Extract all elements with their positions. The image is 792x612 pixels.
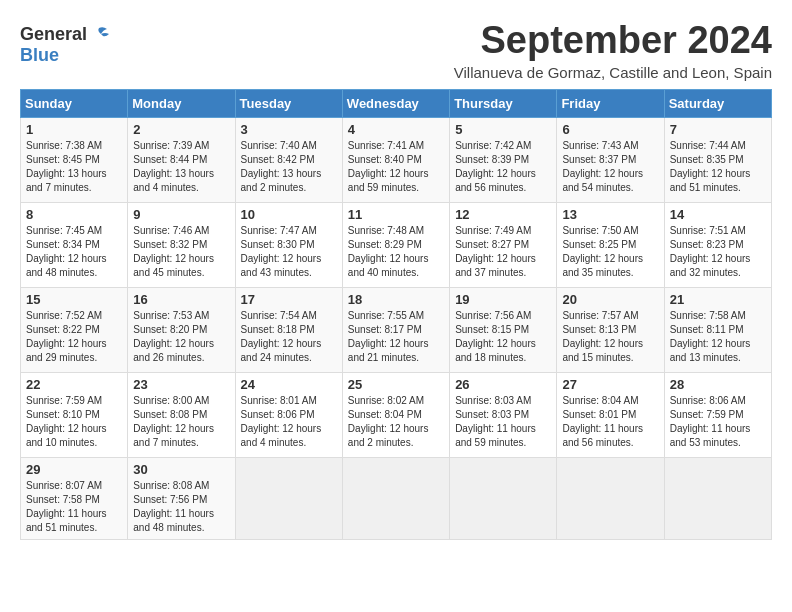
calendar-week-3: 15 Sunrise: 7:52 AM Sunset: 8:22 PM Dayl… — [21, 287, 772, 372]
day-info: Sunrise: 8:07 AM Sunset: 7:58 PM Dayligh… — [26, 479, 122, 535]
table-row: 7 Sunrise: 7:44 AM Sunset: 8:35 PM Dayli… — [664, 117, 771, 202]
table-row: 6 Sunrise: 7:43 AM Sunset: 8:37 PM Dayli… — [557, 117, 664, 202]
day-number: 30 — [133, 462, 229, 477]
day-info: Sunrise: 7:53 AM Sunset: 8:20 PM Dayligh… — [133, 309, 229, 365]
title-area: September 2024 Villanueva de Gormaz, Cas… — [454, 20, 772, 81]
day-number: 20 — [562, 292, 658, 307]
table-row — [342, 457, 449, 539]
table-row: 8 Sunrise: 7:45 AM Sunset: 8:34 PM Dayli… — [21, 202, 128, 287]
weekday-header-row: Sunday Monday Tuesday Wednesday Thursday… — [21, 89, 772, 117]
logo-general-text: General — [20, 24, 87, 45]
table-row — [664, 457, 771, 539]
day-info: Sunrise: 8:08 AM Sunset: 7:56 PM Dayligh… — [133, 479, 229, 535]
table-row: 1 Sunrise: 7:38 AM Sunset: 8:45 PM Dayli… — [21, 117, 128, 202]
col-wednesday: Wednesday — [342, 89, 449, 117]
table-row: 21 Sunrise: 7:58 AM Sunset: 8:11 PM Dayl… — [664, 287, 771, 372]
day-number: 4 — [348, 122, 444, 137]
table-row — [235, 457, 342, 539]
table-row: 28 Sunrise: 8:06 AM Sunset: 7:59 PM Dayl… — [664, 372, 771, 457]
day-info: Sunrise: 7:40 AM Sunset: 8:42 PM Dayligh… — [241, 139, 337, 195]
calendar-week-4: 22 Sunrise: 7:59 AM Sunset: 8:10 PM Dayl… — [21, 372, 772, 457]
day-info: Sunrise: 7:41 AM Sunset: 8:40 PM Dayligh… — [348, 139, 444, 195]
table-row: 26 Sunrise: 8:03 AM Sunset: 8:03 PM Dayl… — [450, 372, 557, 457]
col-friday: Friday — [557, 89, 664, 117]
location-subtitle: Villanueva de Gormaz, Castille and Leon,… — [454, 64, 772, 81]
col-sunday: Sunday — [21, 89, 128, 117]
day-number: 25 — [348, 377, 444, 392]
day-number: 11 — [348, 207, 444, 222]
day-number: 8 — [26, 207, 122, 222]
calendar-week-2: 8 Sunrise: 7:45 AM Sunset: 8:34 PM Dayli… — [21, 202, 772, 287]
day-info: Sunrise: 7:50 AM Sunset: 8:25 PM Dayligh… — [562, 224, 658, 280]
day-number: 14 — [670, 207, 766, 222]
page-header: General Blue September 2024 Villanueva d… — [20, 20, 772, 81]
table-row: 24 Sunrise: 8:01 AM Sunset: 8:06 PM Dayl… — [235, 372, 342, 457]
table-row: 20 Sunrise: 7:57 AM Sunset: 8:13 PM Dayl… — [557, 287, 664, 372]
day-number: 9 — [133, 207, 229, 222]
day-number: 13 — [562, 207, 658, 222]
day-info: Sunrise: 7:39 AM Sunset: 8:44 PM Dayligh… — [133, 139, 229, 195]
day-number: 12 — [455, 207, 551, 222]
day-info: Sunrise: 7:49 AM Sunset: 8:27 PM Dayligh… — [455, 224, 551, 280]
day-info: Sunrise: 7:51 AM Sunset: 8:23 PM Dayligh… — [670, 224, 766, 280]
table-row: 10 Sunrise: 7:47 AM Sunset: 8:30 PM Dayl… — [235, 202, 342, 287]
day-number: 22 — [26, 377, 122, 392]
day-number: 7 — [670, 122, 766, 137]
calendar-week-1: 1 Sunrise: 7:38 AM Sunset: 8:45 PM Dayli… — [21, 117, 772, 202]
logo-blue-text: Blue — [20, 45, 59, 65]
table-row — [450, 457, 557, 539]
day-info: Sunrise: 7:56 AM Sunset: 8:15 PM Dayligh… — [455, 309, 551, 365]
day-number: 2 — [133, 122, 229, 137]
day-info: Sunrise: 8:01 AM Sunset: 8:06 PM Dayligh… — [241, 394, 337, 450]
day-info: Sunrise: 8:02 AM Sunset: 8:04 PM Dayligh… — [348, 394, 444, 450]
day-number: 3 — [241, 122, 337, 137]
col-monday: Monday — [128, 89, 235, 117]
table-row: 11 Sunrise: 7:48 AM Sunset: 8:29 PM Dayl… — [342, 202, 449, 287]
month-title: September 2024 — [454, 20, 772, 62]
day-info: Sunrise: 7:45 AM Sunset: 8:34 PM Dayligh… — [26, 224, 122, 280]
table-row: 3 Sunrise: 7:40 AM Sunset: 8:42 PM Dayli… — [235, 117, 342, 202]
day-number: 26 — [455, 377, 551, 392]
table-row: 22 Sunrise: 7:59 AM Sunset: 8:10 PM Dayl… — [21, 372, 128, 457]
day-number: 28 — [670, 377, 766, 392]
day-number: 16 — [133, 292, 229, 307]
table-row: 9 Sunrise: 7:46 AM Sunset: 8:32 PM Dayli… — [128, 202, 235, 287]
day-info: Sunrise: 7:52 AM Sunset: 8:22 PM Dayligh… — [26, 309, 122, 365]
day-info: Sunrise: 7:59 AM Sunset: 8:10 PM Dayligh… — [26, 394, 122, 450]
table-row: 12 Sunrise: 7:49 AM Sunset: 8:27 PM Dayl… — [450, 202, 557, 287]
day-number: 10 — [241, 207, 337, 222]
day-number: 23 — [133, 377, 229, 392]
table-row: 18 Sunrise: 7:55 AM Sunset: 8:17 PM Dayl… — [342, 287, 449, 372]
col-tuesday: Tuesday — [235, 89, 342, 117]
table-row: 4 Sunrise: 7:41 AM Sunset: 8:40 PM Dayli… — [342, 117, 449, 202]
col-thursday: Thursday — [450, 89, 557, 117]
day-info: Sunrise: 7:55 AM Sunset: 8:17 PM Dayligh… — [348, 309, 444, 365]
day-number: 29 — [26, 462, 122, 477]
day-info: Sunrise: 7:44 AM Sunset: 8:35 PM Dayligh… — [670, 139, 766, 195]
day-number: 5 — [455, 122, 551, 137]
day-info: Sunrise: 8:00 AM Sunset: 8:08 PM Dayligh… — [133, 394, 229, 450]
day-info: Sunrise: 7:57 AM Sunset: 8:13 PM Dayligh… — [562, 309, 658, 365]
day-number: 24 — [241, 377, 337, 392]
day-info: Sunrise: 7:48 AM Sunset: 8:29 PM Dayligh… — [348, 224, 444, 280]
table-row: 23 Sunrise: 8:00 AM Sunset: 8:08 PM Dayl… — [128, 372, 235, 457]
table-row: 2 Sunrise: 7:39 AM Sunset: 8:44 PM Dayli… — [128, 117, 235, 202]
table-row: 19 Sunrise: 7:56 AM Sunset: 8:15 PM Dayl… — [450, 287, 557, 372]
logo: General Blue — [20, 24, 111, 66]
day-info: Sunrise: 8:03 AM Sunset: 8:03 PM Dayligh… — [455, 394, 551, 450]
day-info: Sunrise: 8:04 AM Sunset: 8:01 PM Dayligh… — [562, 394, 658, 450]
table-row — [557, 457, 664, 539]
table-row: 27 Sunrise: 8:04 AM Sunset: 8:01 PM Dayl… — [557, 372, 664, 457]
day-number: 21 — [670, 292, 766, 307]
day-number: 27 — [562, 377, 658, 392]
day-info: Sunrise: 7:42 AM Sunset: 8:39 PM Dayligh… — [455, 139, 551, 195]
table-row: 14 Sunrise: 7:51 AM Sunset: 8:23 PM Dayl… — [664, 202, 771, 287]
day-info: Sunrise: 8:06 AM Sunset: 7:59 PM Dayligh… — [670, 394, 766, 450]
day-info: Sunrise: 7:46 AM Sunset: 8:32 PM Dayligh… — [133, 224, 229, 280]
table-row: 13 Sunrise: 7:50 AM Sunset: 8:25 PM Dayl… — [557, 202, 664, 287]
day-number: 18 — [348, 292, 444, 307]
day-info: Sunrise: 7:54 AM Sunset: 8:18 PM Dayligh… — [241, 309, 337, 365]
table-row: 30 Sunrise: 8:08 AM Sunset: 7:56 PM Dayl… — [128, 457, 235, 539]
table-row: 17 Sunrise: 7:54 AM Sunset: 8:18 PM Dayl… — [235, 287, 342, 372]
col-saturday: Saturday — [664, 89, 771, 117]
